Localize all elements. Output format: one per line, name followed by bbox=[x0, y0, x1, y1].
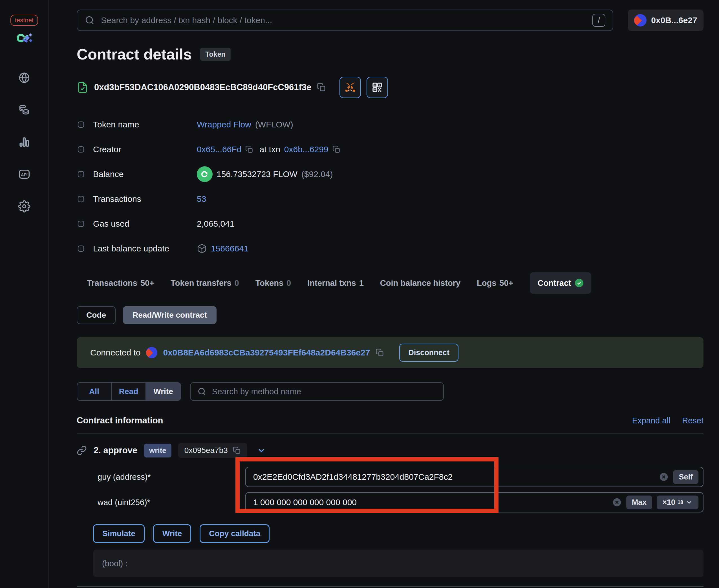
multiplier-dropdown[interactable]: ×1018 bbox=[657, 496, 698, 509]
method-selector-badge: 0x095ea7b3 bbox=[178, 443, 247, 458]
token-name-link[interactable]: Wrapped Flow bbox=[197, 120, 251, 129]
sidebar-nav: API bbox=[18, 71, 31, 213]
method-approve-row[interactable]: 2. approve write 0x095ea7b3 bbox=[77, 444, 703, 457]
info-icon bbox=[77, 145, 85, 154]
contract-details-page: testnet bbox=[0, 0, 719, 588]
link-icon[interactable] bbox=[77, 445, 87, 456]
info-row-last-balance-update: Last balance update 15666641 bbox=[77, 236, 703, 261]
testnet-badge: testnet bbox=[11, 15, 38, 26]
guy-address-field[interactable]: Self bbox=[245, 467, 703, 487]
copy-icon[interactable] bbox=[332, 145, 340, 153]
wad-amount-field[interactable]: Max ×1018 bbox=[245, 492, 703, 512]
wad-amount-input[interactable] bbox=[253, 498, 608, 507]
main-content: / 0x0B...6e27 Contract details Token bbox=[49, 0, 719, 588]
copy-icon[interactable] bbox=[317, 83, 326, 92]
param-label: wad (uint256)* bbox=[98, 498, 245, 507]
divider bbox=[77, 586, 703, 587]
tab-read-write-contract[interactable]: Read/Write contract bbox=[123, 306, 217, 324]
guy-address-input[interactable] bbox=[253, 472, 654, 482]
param-label: guy (address)* bbox=[98, 472, 245, 482]
chevron-down-icon[interactable] bbox=[256, 446, 266, 455]
info-icon bbox=[77, 170, 85, 178]
copy-icon[interactable] bbox=[245, 145, 253, 153]
global-search[interactable]: / bbox=[77, 9, 613, 31]
settings-icon bbox=[18, 200, 30, 212]
tab-contract[interactable]: Contract bbox=[530, 272, 591, 294]
disconnect-button[interactable]: Disconnect bbox=[399, 343, 458, 362]
connected-address-link[interactable]: 0x0B8EA6d6983cCBa39275493FEf648a2D64B36e… bbox=[163, 348, 370, 357]
write-button[interactable]: Write bbox=[153, 524, 191, 543]
sidebar-item-tokens[interactable] bbox=[18, 103, 31, 117]
info-icon bbox=[77, 245, 85, 253]
simulate-button[interactable]: Simulate bbox=[93, 524, 145, 543]
filter-all[interactable]: All bbox=[77, 383, 112, 400]
output-type: (bool) : bbox=[102, 559, 127, 568]
tab-coin-balance-history[interactable]: Coin balance history bbox=[380, 278, 460, 288]
sidebar-item-stats[interactable] bbox=[18, 135, 31, 149]
contract-verified-icon bbox=[77, 82, 88, 93]
add-to-metamask-button[interactable] bbox=[340, 77, 361, 98]
param-row-guy: guy (address)* Self bbox=[98, 467, 703, 487]
connected-banner: Connected to 0x0B8EA6d6983cCBa39275493FE… bbox=[77, 337, 703, 368]
search-icon bbox=[85, 15, 95, 25]
gas-used-value: 2,065,041 bbox=[197, 219, 234, 229]
tab-logs[interactable]: Logs50+ bbox=[477, 278, 513, 288]
wallet-button[interactable]: 0x0B...6e27 bbox=[628, 9, 703, 31]
token-symbol: (WFLOW) bbox=[255, 120, 293, 129]
api-icon: API bbox=[18, 168, 31, 181]
page-title: Contract details bbox=[77, 45, 192, 63]
max-button[interactable]: Max bbox=[626, 496, 653, 509]
info-icon bbox=[77, 195, 85, 203]
block-icon bbox=[197, 244, 207, 254]
last-balance-block-link[interactable]: 15666641 bbox=[211, 244, 248, 253]
info-row-creator: Creator 0x65...66Fd at txn 0x6b...6299 bbox=[77, 137, 703, 162]
verified-check-icon bbox=[575, 279, 583, 287]
balance-usd: ($92.04) bbox=[302, 169, 333, 179]
transactions-count-link[interactable]: 53 bbox=[197, 194, 206, 204]
creation-txn-link[interactable]: 0x6b...6299 bbox=[284, 145, 328, 154]
search-input[interactable] bbox=[101, 16, 586, 25]
globe-icon bbox=[18, 71, 30, 84]
identicon bbox=[146, 347, 157, 358]
self-button[interactable]: Self bbox=[673, 470, 698, 484]
clear-icon[interactable] bbox=[612, 498, 622, 507]
filter-read[interactable]: Read bbox=[112, 383, 146, 400]
copy-icon[interactable] bbox=[375, 349, 384, 357]
balance-value: 156.73532723 FLOW bbox=[217, 169, 297, 179]
method-search[interactable] bbox=[190, 382, 444, 401]
app-logo-icon[interactable] bbox=[15, 32, 33, 44]
divider bbox=[77, 434, 703, 434]
creator-address-link[interactable]: 0x65...66Fd bbox=[197, 145, 241, 154]
contract-information-header: Contract information Expand all Reset bbox=[77, 416, 703, 427]
reset-link[interactable]: Reset bbox=[682, 416, 703, 425]
search-icon bbox=[198, 387, 206, 396]
info-icon bbox=[77, 219, 85, 228]
tab-internal-txns[interactable]: Internal txns1 bbox=[307, 278, 364, 288]
chevron-down-icon bbox=[685, 499, 693, 506]
title-row: Contract details Token bbox=[77, 45, 703, 63]
copy-calldata-button[interactable]: Copy calldata bbox=[200, 524, 270, 543]
info-row-gas-used: Gas used 2,065,041 bbox=[77, 211, 703, 236]
info-row-balance: Balance 156.73532723 FLOW ($92.04) bbox=[77, 162, 703, 187]
tab-code[interactable]: Code bbox=[77, 306, 116, 324]
copy-icon[interactable] bbox=[233, 446, 241, 455]
sidebar-item-settings[interactable] bbox=[18, 200, 31, 213]
token-type-badge: Token bbox=[200, 48, 231, 61]
filter-write[interactable]: Write bbox=[146, 383, 181, 400]
tab-tokens[interactable]: Tokens0 bbox=[255, 278, 291, 288]
contract-info-table: Token name Wrapped Flow (WFLOW) Creator … bbox=[77, 112, 703, 261]
method-type-segmented-control: All Read Write bbox=[77, 382, 181, 401]
sidebar-item-blockchain[interactable] bbox=[18, 71, 31, 85]
tab-transactions[interactable]: Transactions50+ bbox=[87, 278, 154, 288]
tab-token-transfers[interactable]: Token transfers0 bbox=[170, 278, 239, 288]
info-icon bbox=[77, 120, 85, 129]
clear-icon[interactable] bbox=[659, 472, 669, 482]
info-row-transactions: Transactions 53 bbox=[77, 187, 703, 211]
sidebar: testnet bbox=[0, 0, 49, 588]
qr-code-button[interactable] bbox=[367, 77, 388, 98]
stats-icon bbox=[18, 136, 30, 148]
method-filter-row: All Read Write bbox=[77, 382, 703, 401]
method-search-input[interactable] bbox=[212, 387, 436, 396]
expand-all-link[interactable]: Expand all bbox=[632, 416, 670, 425]
sidebar-item-api[interactable]: API bbox=[18, 167, 31, 181]
